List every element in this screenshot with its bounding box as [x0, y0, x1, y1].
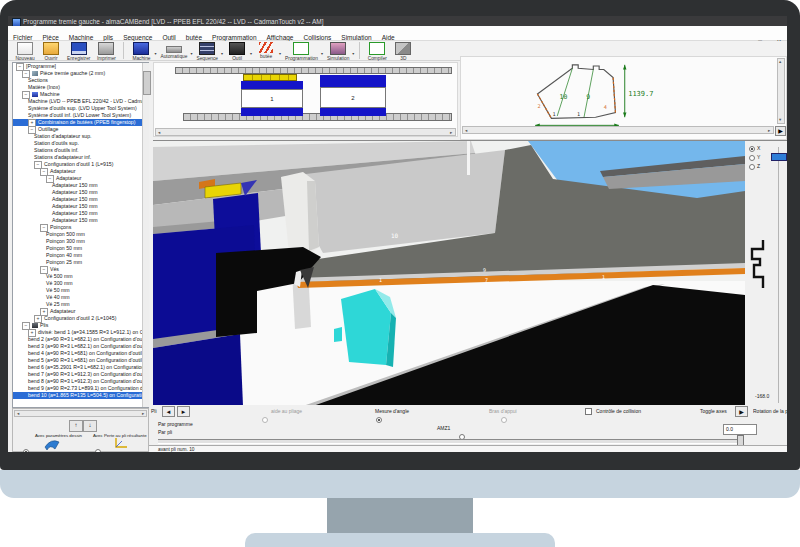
station1-body[interactable]: 1 [241, 89, 303, 108]
toolbar-compiler-button[interactable]: Compiler [367, 42, 387, 61]
tree-item[interactable]: +Configuration d'outil 2 (L=1045) [13, 315, 148, 322]
scroll-up-icon[interactable]: ▴ [779, 59, 781, 65]
option-bend-loss-radio[interactable] [95, 449, 101, 452]
toolbar-sequence-button[interactable]: Sequence [196, 42, 218, 61]
zoom-slider-thumb[interactable] [771, 153, 787, 161]
aide-au-pliage-radio[interactable] [262, 417, 268, 423]
toolbar-butée-button[interactable]: butée [256, 42, 276, 59]
toolbar-programmation-button[interactable]: Programmation [285, 42, 318, 61]
toolbar-automatique-button[interactable]: Automatique [160, 42, 187, 59]
tree-item[interactable]: bend 6 (a=35.2901 R=3 L=682.1) on Config… [13, 364, 148, 371]
tree-item[interactable]: Adaptateur 150 mm [13, 182, 148, 189]
simulation-3d-viewport[interactable]: 10 1 9 7 1 [153, 140, 745, 406]
tree-item[interactable]: Vé 300 mm [13, 280, 148, 287]
radio-icon[interactable] [749, 155, 755, 161]
tree-item[interactable]: bend 4 (a=90 R=3 L=681) on Configuration… [13, 350, 148, 357]
station-horizontal-scrollbar[interactable]: ◂ ▸ [155, 128, 456, 136]
tree-item[interactable]: bend 2 (a=90 R=3 L=682.1) on Configurati… [13, 336, 148, 343]
scrollbar-thumb[interactable] [143, 71, 151, 95]
profile-horizontal-scrollbar[interactable]: ◂ ▸ [462, 126, 774, 134]
tree-item[interactable]: Adaptateur 150 mm [13, 196, 148, 203]
toolbar-simulation-button[interactable]: Simulation [327, 42, 349, 61]
tree-item[interactable]: bend 5 (a=90 R=3 L=681) on Configuration… [13, 357, 148, 364]
tree-item[interactable]: Poinçon 25 mm [13, 259, 148, 266]
toolbar-3d-button[interactable]: 3D [393, 42, 413, 61]
toolbar-imprimer-button[interactable]: Imprimer [96, 42, 116, 61]
radio-icon[interactable] [749, 146, 755, 152]
zoom-slider-track[interactable] [778, 147, 779, 403]
profile-vertical-scrollbar[interactable]: ▴ ▾ [777, 58, 785, 124]
move-down-button[interactable]: ↓ [83, 420, 97, 432]
tree-item[interactable]: Vé 25 mm [13, 301, 148, 308]
tree-item[interactable]: −Pièce tremie gauche (2 mm) [13, 70, 148, 77]
tree-item[interactable]: Matière (Inox) [13, 84, 148, 91]
mesure-angle-radio[interactable] [376, 417, 382, 423]
tree-item[interactable]: Vé 500 mm [13, 273, 148, 280]
station1-die[interactable] [241, 108, 303, 116]
tree-item[interactable]: Sections [13, 77, 148, 84]
tree-item[interactable]: −Outillage [13, 126, 148, 133]
axis-option-z[interactable]: Z [749, 162, 760, 171]
chevron-down-icon[interactable]: ▾ [190, 51, 192, 56]
tree-vertical-scrollbar[interactable] [142, 63, 149, 407]
tree-item[interactable]: bend 7 (a=90 R=3 L=912.3) on Configurati… [13, 371, 148, 378]
chevron-down-icon[interactable]: ▾ [321, 51, 323, 56]
tree-item[interactable]: Système d'outils sup. (LVD Upper Tool Sy… [13, 105, 148, 112]
tree-item[interactable]: Vé 40 mm [13, 294, 148, 301]
chevron-down-icon[interactable]: ▾ [279, 51, 281, 56]
tree-item[interactable]: Poinçon 300 mm [13, 238, 148, 245]
tree-item[interactable]: −Adaptateur [13, 175, 148, 182]
profile-expand-button[interactable]: ▶ [775, 126, 786, 136]
tree-item[interactable]: Stations d'outils inf. [13, 147, 148, 154]
chevron-down-icon[interactable]: ▾ [154, 51, 156, 56]
previous-bend-button[interactable]: ◄ [162, 406, 175, 417]
toolbar-nouveau-button[interactable]: Nouveau [15, 42, 35, 61]
chevron-down-icon[interactable]: ▾ [352, 51, 354, 56]
scroll-right-icon[interactable]: ▸ [142, 411, 144, 417]
tree-item[interactable]: Poinçon 50 mm [13, 245, 148, 252]
tree-horizontal-scrollbar[interactable]: ◂ ▸ [14, 410, 147, 417]
tree-item[interactable]: −Adaptateur [13, 168, 148, 175]
toolbar-ouvrir-button[interactable]: Ouvrir [41, 42, 61, 61]
radio-icon[interactable] [749, 164, 755, 170]
tree-item[interactable]: Station d'outils sup. [13, 140, 148, 147]
rotation-value-input[interactable]: 0.0 [723, 424, 757, 435]
toolbar-enregistrer-button[interactable]: Enregistrer [67, 42, 90, 61]
tree-item[interactable]: Machine (LVD -- PPEB EFL 220/42 - LVD - … [13, 98, 148, 105]
chevron-down-icon[interactable]: ▾ [250, 51, 252, 56]
sequence-slider-track[interactable] [158, 439, 743, 444]
tree-item[interactable]: Adaptateur 150 mm [13, 189, 148, 196]
bras-appui-radio[interactable] [501, 417, 507, 423]
station2-die[interactable] [320, 108, 386, 116]
tree-item[interactable]: bend 8 (a=90 R=3 L=912.3) on Configurati… [13, 378, 148, 385]
scroll-right-icon[interactable]: ▸ [450, 130, 452, 136]
scroll-right-icon[interactable]: ▸ [768, 128, 770, 134]
scroll-down-icon[interactable]: ▾ [779, 117, 781, 123]
option-draw-params-radio[interactable] [23, 449, 29, 452]
scroll-left-icon[interactable]: ◂ [465, 128, 467, 134]
toolbar-outil-button[interactable]: Outil [227, 42, 247, 61]
tree-item[interactable]: Poinçon 500 mm [13, 231, 148, 238]
tree-item[interactable]: Adaptateur 150 mm [13, 203, 148, 210]
tree-item[interactable]: −[Programme] [13, 63, 148, 70]
toggle-axes-button[interactable]: ▶ [735, 406, 748, 417]
tree-item[interactable]: +divisé: bend 1 (a=34.1585 R=3 L=912.1) … [13, 329, 148, 336]
station1-punch[interactable] [241, 81, 303, 89]
next-bend-button[interactable]: ► [177, 406, 190, 417]
tree-item[interactable]: bend 3 (a=90 R=3 L=682.1) on Configurati… [13, 343, 148, 350]
tree-item[interactable]: −Configuration d'outil 1 (L=915) [13, 161, 148, 168]
station2-body[interactable]: 2 [320, 87, 386, 108]
scroll-left-icon[interactable]: ◂ [158, 130, 160, 136]
tree-item[interactable]: −Poinçons [13, 224, 148, 231]
tree-item[interactable]: Adaptateur 150 mm [13, 210, 148, 217]
tree-item[interactable]: Poinçon 40 mm [13, 252, 148, 259]
station1-upper-adapters[interactable] [243, 74, 297, 81]
tree-item[interactable]: Vé 50 mm [13, 287, 148, 294]
station2-punch[interactable] [320, 75, 386, 87]
scroll-left-icon[interactable]: ◂ [17, 411, 19, 417]
toolbar-machine-button[interactable]: Machine [131, 42, 151, 61]
tree-item[interactable]: Adaptateur 150 mm [13, 217, 148, 224]
axis-option-y[interactable]: Y [749, 153, 760, 162]
tree-item[interactable]: −Machine [13, 91, 148, 98]
tree-item[interactable]: bend 10 (a=1.865 R=135 L=504.5) on Confi… [13, 392, 148, 399]
